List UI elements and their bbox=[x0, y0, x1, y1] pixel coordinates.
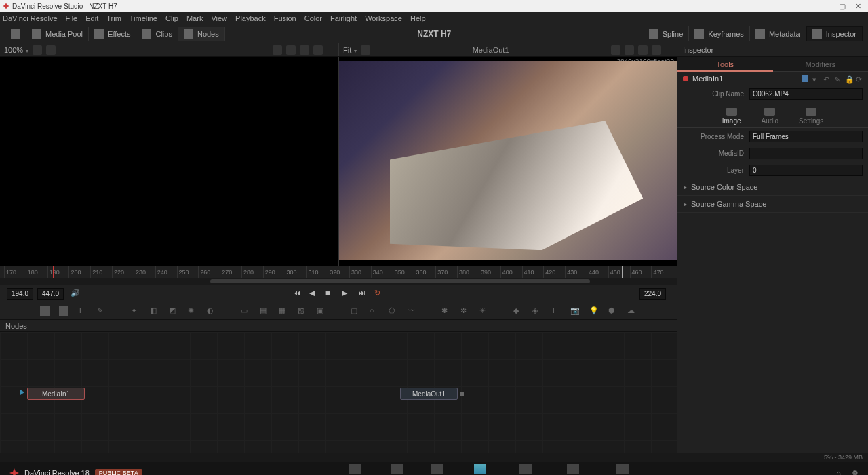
planartracker-tool-icon[interactable]: ◧ bbox=[150, 306, 159, 316]
sidebar-toggle[interactable] bbox=[5, 27, 26, 41]
out-timecode[interactable]: 447.0 bbox=[37, 288, 64, 300]
node-mediaout1[interactable]: MediaOut1 bbox=[400, 388, 458, 400]
blur-tool-icon[interactable]: ✺ bbox=[188, 306, 197, 316]
3dcamera-tool-icon[interactable]: 📷 bbox=[570, 306, 580, 316]
viewer-left-tool4[interactable] bbox=[313, 45, 323, 55]
chevron-down-icon[interactable]: ▾ bbox=[812, 75, 819, 82]
time-ruler[interactable]: 1701801902002102202302402502602702802903… bbox=[0, 266, 677, 278]
viewer-left[interactable] bbox=[0, 57, 338, 266]
resize-tool-icon[interactable]: ▣ bbox=[317, 306, 326, 316]
menu-clip[interactable]: Clip bbox=[165, 14, 178, 22]
layer-select[interactable]: 0 bbox=[749, 165, 863, 176]
3drender-tool-icon[interactable]: ☁ bbox=[627, 306, 637, 316]
go-start-button[interactable]: ⏮ bbox=[293, 289, 302, 298]
colorcorrect-tool-icon[interactable]: ◐ bbox=[207, 306, 216, 316]
subtab-audio[interactable]: Audio bbox=[762, 108, 779, 125]
menu-file[interactable]: File bbox=[66, 14, 78, 22]
viewer-left-icon[interactable] bbox=[33, 45, 42, 55]
rectangle-mask-icon[interactable]: ▢ bbox=[351, 306, 360, 316]
menu-edit[interactable]: Edit bbox=[85, 14, 98, 22]
node-mediain1[interactable]: MediaIn1 bbox=[27, 388, 85, 400]
viewer-right-tool2[interactable] bbox=[625, 45, 634, 55]
3dlight-tool-icon[interactable]: 💡 bbox=[589, 306, 599, 316]
close-button[interactable]: ✕ bbox=[855, 2, 861, 11]
loop-button[interactable]: ↻ bbox=[374, 289, 384, 298]
viewer-left-tool2[interactable] bbox=[286, 45, 296, 55]
matte-tool-icon[interactable]: ▭ bbox=[241, 306, 250, 316]
merge-tool-icon[interactable]: ▦ bbox=[279, 306, 288, 316]
background-tool-icon[interactable] bbox=[40, 306, 50, 316]
page-cut[interactable]: Cut bbox=[391, 464, 403, 475]
page-fairlight[interactable]: Fairlight bbox=[561, 464, 585, 475]
pin-icon[interactable]: ✎ bbox=[834, 75, 841, 82]
menu-workspace[interactable]: Workspace bbox=[365, 14, 402, 22]
menu-fairlight[interactable]: Fairlight bbox=[330, 14, 357, 22]
menu-color[interactable]: Color bbox=[304, 14, 322, 22]
effects-button[interactable]: Effects bbox=[89, 27, 136, 41]
mediaid-field[interactable] bbox=[749, 148, 863, 159]
reset-icon[interactable]: ⟳ bbox=[856, 75, 863, 82]
minimize-button[interactable]: — bbox=[822, 2, 829, 11]
bspline-mask-icon[interactable]: 〰 bbox=[408, 306, 417, 316]
media-pool-button[interactable]: Media Pool bbox=[26, 27, 89, 41]
viewer-right-zoom[interactable]: Fit bbox=[343, 46, 357, 54]
nodes-button[interactable]: Nodes bbox=[178, 27, 225, 41]
polygon-mask-icon[interactable]: ⬠ bbox=[389, 306, 398, 316]
page-edit[interactable]: Edit bbox=[431, 464, 443, 475]
node-graph[interactable]: MediaIn1 MediaOut1 bbox=[0, 332, 677, 453]
page-media[interactable]: Media bbox=[346, 464, 364, 475]
home-icon[interactable]: ⌂ bbox=[836, 469, 841, 476]
menu-help[interactable]: Help bbox=[410, 14, 426, 22]
time-scrollbar[interactable] bbox=[0, 278, 677, 285]
in-timecode[interactable]: 194.0 bbox=[7, 288, 33, 300]
play-button[interactable]: ▶ bbox=[342, 289, 351, 298]
ellipse-mask-icon[interactable]: ○ bbox=[370, 306, 379, 316]
clips-button[interactable]: Clips bbox=[136, 27, 178, 41]
lock-icon[interactable]: 🔒 bbox=[845, 75, 852, 82]
speaker-icon[interactable]: 🔊 bbox=[71, 289, 80, 298]
go-end-button[interactable]: ⏭ bbox=[358, 289, 368, 298]
settings-icon[interactable]: ⚙ bbox=[852, 469, 859, 476]
3dtext-tool-icon[interactable]: T bbox=[551, 306, 561, 316]
pimage-tool-icon[interactable]: ✳ bbox=[479, 306, 489, 316]
viewer-right-tool4[interactable] bbox=[652, 45, 661, 55]
source-color-space-row[interactable]: Source Color Space bbox=[677, 179, 868, 196]
inspector-more-icon[interactable]: ⋯ bbox=[855, 45, 863, 54]
viewer-left-more-icon[interactable]: ⋯ bbox=[327, 45, 334, 55]
spline-button[interactable]: Spline bbox=[644, 26, 690, 41]
step-back-button[interactable]: ◀ bbox=[309, 289, 319, 298]
menu-trim[interactable]: Trim bbox=[106, 14, 121, 22]
viewer-left-zoom[interactable]: 100% bbox=[4, 46, 28, 54]
particle-tool-icon[interactable]: ✱ bbox=[441, 306, 451, 316]
menu-view[interactable]: View bbox=[211, 14, 227, 22]
viewer-right-icon[interactable] bbox=[361, 45, 370, 55]
viewer-right-tool3[interactable] bbox=[638, 45, 648, 55]
version-icon[interactable] bbox=[802, 75, 808, 82]
undo-icon[interactable]: ↶ bbox=[823, 75, 830, 82]
3dshape-tool-icon[interactable]: ◈ bbox=[532, 306, 542, 316]
stop-button[interactable]: ■ bbox=[326, 289, 335, 298]
page-fusion[interactable]: Fusion bbox=[470, 464, 490, 475]
menu-davinci[interactable]: DaVinci Resolve bbox=[3, 14, 58, 22]
maximize-button[interactable]: ▢ bbox=[839, 2, 846, 11]
viewer-left-icon2[interactable] bbox=[46, 45, 56, 55]
text-tool-icon[interactable]: T bbox=[78, 306, 87, 316]
viewer-right[interactable]: 3840x2160xfloat32 bbox=[338, 57, 677, 266]
prender-tool-icon[interactable]: ✲ bbox=[460, 306, 470, 316]
viewer-right-more-icon[interactable]: ⋯ bbox=[665, 45, 673, 55]
menu-timeline[interactable]: Timeline bbox=[130, 14, 157, 22]
node-panel-more-icon[interactable]: ⋯ bbox=[664, 321, 671, 330]
viewer-right-tool1[interactable] bbox=[611, 45, 620, 55]
inspector-tab-tools[interactable]: Tools bbox=[677, 57, 773, 72]
tracker-tool-icon[interactable]: ✦ bbox=[131, 306, 140, 316]
viewer-left-tool3[interactable] bbox=[300, 45, 309, 55]
viewer-left-tool1[interactable] bbox=[273, 45, 282, 55]
menu-mark[interactable]: Mark bbox=[186, 14, 203, 22]
current-timecode[interactable]: 224.0 bbox=[639, 288, 666, 300]
paint-tool-icon[interactable]: ✎ bbox=[97, 306, 106, 316]
source-gamma-space-row[interactable]: Source Gamma Space bbox=[677, 196, 868, 213]
process-mode-select[interactable]: Full Frames bbox=[749, 131, 863, 142]
menu-fusion[interactable]: Fusion bbox=[274, 14, 296, 22]
subtab-image[interactable]: Image bbox=[722, 108, 741, 125]
menu-playback[interactable]: Playback bbox=[235, 14, 266, 22]
